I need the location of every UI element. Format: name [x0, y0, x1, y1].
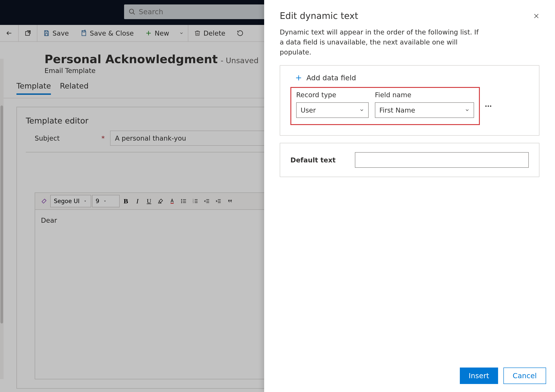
field-row-more-button[interactable]	[482, 100, 495, 112]
add-data-field-button[interactable]: Add data field	[290, 74, 529, 82]
add-data-field-label: Add data field	[307, 74, 356, 82]
default-text-input[interactable]	[355, 152, 529, 168]
chevron-down-icon	[359, 108, 364, 113]
field-name-value: First Name	[379, 106, 415, 114]
panel-body: Add data field Record type User Fie	[264, 57, 555, 184]
panel-header: Edit dynamic text	[264, 0, 555, 21]
data-fields-card: Add data field Record type User Fie	[280, 65, 540, 136]
svg-point-38	[490, 105, 491, 107]
modal-backdrop[interactable]	[0, 0, 264, 392]
field-name-combo[interactable]: First Name	[375, 102, 474, 118]
panel-title: Edit dynamic text	[280, 11, 540, 21]
field-pair-highlight: Record type User Field name First Name	[290, 87, 480, 125]
field-name-label: Field name	[375, 91, 474, 99]
default-text-card: Default text	[280, 143, 540, 177]
plus-icon	[295, 74, 302, 82]
default-text-label: Default text	[290, 156, 346, 164]
panel-close-button[interactable]	[532, 12, 541, 21]
panel-description: Dynamic text will appear in the order of…	[264, 21, 500, 57]
svg-point-36	[485, 105, 487, 107]
panel-footer: Insert Cancel	[460, 368, 546, 384]
more-horizontal-icon	[484, 102, 492, 110]
edit-dynamic-text-panel: Edit dynamic text Dynamic text will appe…	[264, 0, 555, 392]
record-type-label: Record type	[296, 91, 369, 99]
cancel-button[interactable]: Cancel	[504, 368, 546, 384]
chevron-down-icon	[465, 108, 470, 113]
record-type-combo[interactable]: User	[296, 102, 369, 118]
insert-button[interactable]: Insert	[460, 368, 498, 384]
record-type-value: User	[301, 106, 316, 114]
svg-point-37	[488, 105, 489, 107]
close-icon	[533, 13, 540, 19]
